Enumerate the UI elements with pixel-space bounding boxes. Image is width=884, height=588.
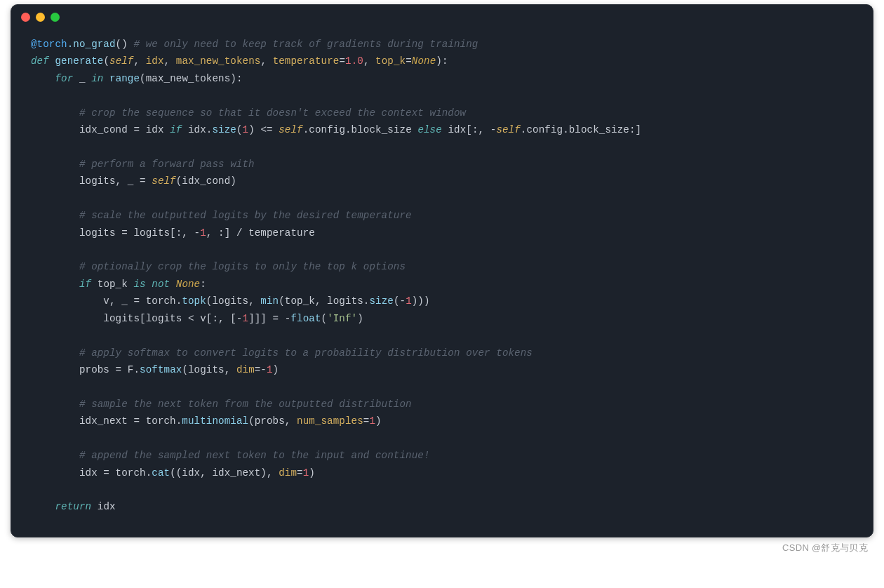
kw-dim: dim bbox=[236, 364, 255, 375]
num-1-0: 1.0 bbox=[345, 55, 363, 67]
self-param: self bbox=[109, 55, 133, 67]
fn-cat: cat bbox=[152, 467, 170, 479]
none-literal: None bbox=[412, 55, 436, 67]
comment: # apply softmax to convert logits to a p… bbox=[31, 347, 533, 359]
kw-num-samples: num_samples bbox=[297, 415, 363, 427]
kw-if: if bbox=[31, 279, 98, 290]
comment: # perform a forward pass with bbox=[31, 159, 255, 170]
decorator-name: .no_grad bbox=[67, 39, 116, 50]
fn-size: size bbox=[212, 124, 236, 135]
kw-def: def bbox=[31, 55, 55, 67]
fn-float: float bbox=[290, 313, 321, 324]
comment: # optionally crop the logits to only the… bbox=[31, 261, 406, 272]
str-inf: 'Inf' bbox=[327, 313, 357, 324]
fn-size: size bbox=[369, 295, 393, 307]
decorator-at: @torch bbox=[31, 39, 67, 50]
code-window: @torch.no_grad() # we only need to keep … bbox=[11, 4, 873, 537]
fn-multinomial: multinomial bbox=[182, 415, 248, 427]
fn-name: generate bbox=[55, 55, 103, 67]
code-editor[interactable]: @torch.no_grad() # we only need to keep … bbox=[11, 29, 873, 537]
param-top-k: top_k bbox=[375, 55, 406, 67]
comment: # sample the next token from the outputt… bbox=[31, 399, 412, 410]
kw-is-not: is not bbox=[128, 279, 176, 290]
kw-in: in bbox=[86, 73, 109, 84]
maximize-icon[interactable] bbox=[51, 13, 60, 22]
close-icon[interactable] bbox=[21, 13, 30, 22]
fn-range: range bbox=[109, 73, 140, 84]
kw-if: if bbox=[170, 124, 182, 135]
window-titlebar bbox=[11, 5, 873, 29]
decorator-paren: () bbox=[116, 39, 128, 50]
fn-softmax: softmax bbox=[140, 364, 182, 375]
param-idx: idx bbox=[146, 55, 164, 67]
param-max-new-tokens: max_new_tokens bbox=[176, 55, 261, 67]
fn-topk: topk bbox=[182, 295, 206, 307]
comment: # scale the outputted logits by the desi… bbox=[31, 210, 412, 221]
comment: # we only need to keep track of gradient… bbox=[128, 39, 478, 50]
minimize-icon[interactable] bbox=[36, 13, 45, 22]
comment: # crop the sequence so that it doesn't e… bbox=[31, 107, 466, 119]
kw-for: for bbox=[31, 73, 79, 84]
kw-dim: dim bbox=[279, 467, 297, 479]
param-temperature: temperature bbox=[273, 55, 340, 67]
kw-return: return bbox=[31, 501, 98, 512]
kw-else: else bbox=[417, 124, 441, 135]
fn-min: min bbox=[260, 295, 279, 307]
watermark-text: CSDN @舒克与贝克 bbox=[11, 537, 873, 554]
comment: # append the sampled next token to the i… bbox=[31, 450, 430, 461]
none-literal: None bbox=[176, 279, 200, 290]
